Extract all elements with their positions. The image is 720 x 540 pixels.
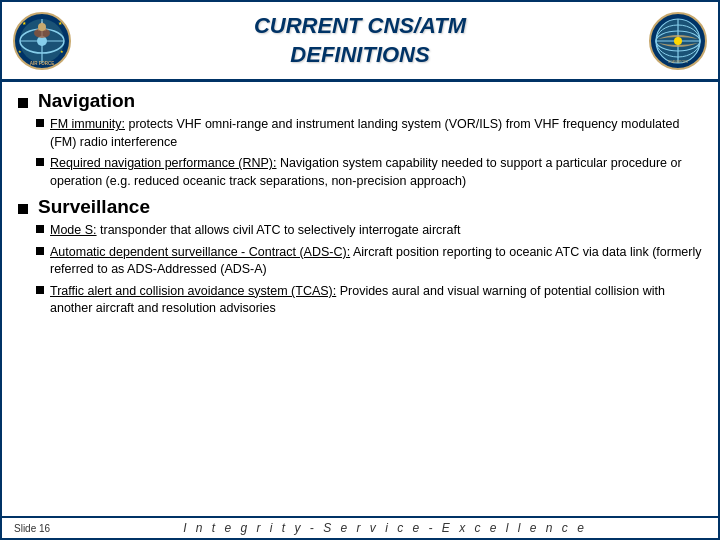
surv-modes-bullet <box>36 225 44 233</box>
slide: ★ ★ ★ ★ AIR FORCE CURRENT CNS/ATM DEFINI… <box>0 0 720 540</box>
section-surveillance-title: Surveillance <box>18 196 702 218</box>
section-navigation-title: Navigation <box>18 90 702 112</box>
svg-text:AIR FORCE: AIR FORCE <box>30 61 55 66</box>
svg-point-8 <box>38 23 46 31</box>
nav-item-fm: FM immunity: protects VHF omni-range and… <box>36 116 702 151</box>
footer: Slide 16 I n t e g r i t y - S e r v i c… <box>2 516 718 538</box>
surv-tcas-text: Traffic alert and collision avoidance sy… <box>50 283 702 318</box>
surv-adsc-text: Automatic dependent surveillance - Contr… <box>50 244 702 279</box>
section-surveillance: Surveillance Mode S: transponder that al… <box>18 196 702 318</box>
surv-adsc-bullet <box>36 247 44 255</box>
header: ★ ★ ★ ★ AIR FORCE CURRENT CNS/ATM DEFINI… <box>2 2 718 82</box>
surveillance-items: Mode S: transponder that allows civil AT… <box>36 222 702 318</box>
surv-modes-text: Mode S: transponder that allows civil AT… <box>50 222 702 240</box>
nav-rnp-bullet <box>36 158 44 166</box>
slide-number: Slide 16 <box>14 523 64 534</box>
svg-text:★: ★ <box>60 49 64 54</box>
nav-item-rnp: Required navigation performance (RNP): N… <box>36 155 702 190</box>
surv-item-tcas: Traffic alert and collision avoidance sy… <box>36 283 702 318</box>
header-title: CURRENT CNS/ATM DEFINITIONS <box>254 12 466 69</box>
nav-fm-bullet <box>36 119 44 127</box>
footer-tagline: I n t e g r i t y - S e r v i c e - E x … <box>64 521 706 535</box>
nav-bullet <box>18 98 28 108</box>
surv-bullet <box>18 204 28 214</box>
nav-rnp-text: Required navigation performance (RNP): N… <box>50 155 702 190</box>
surv-tcas-bullet <box>36 286 44 294</box>
surv-item-adsc: Automatic dependent surveillance - Contr… <box>36 244 702 279</box>
svg-text:★: ★ <box>18 49 22 54</box>
nav-fm-text: FM immunity: protects VHF omni-range and… <box>50 116 702 151</box>
content: Navigation FM immunity: protects VHF omn… <box>2 82 718 516</box>
svg-text:TRANSPORT: TRANSPORT <box>667 60 689 64</box>
section-navigation: Navigation FM immunity: protects VHF omn… <box>18 90 702 190</box>
logo-left: ★ ★ ★ ★ AIR FORCE <box>12 11 72 71</box>
navigation-items: FM immunity: protects VHF omni-range and… <box>36 116 702 190</box>
logo-right: TRANSPORT <box>648 11 708 71</box>
surv-item-modes: Mode S: transponder that allows civil AT… <box>36 222 702 240</box>
svg-point-22 <box>674 37 682 45</box>
